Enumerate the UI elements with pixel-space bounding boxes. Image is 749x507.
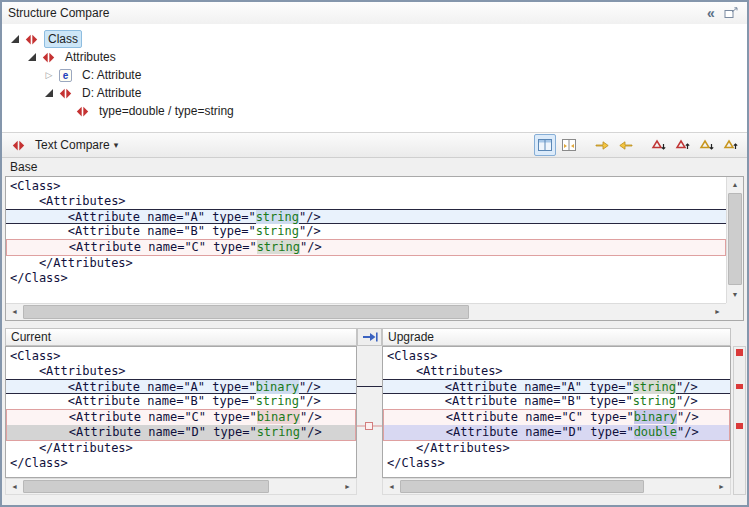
scroll-right-icon[interactable]: ► [709, 304, 726, 320]
code-line: <Attributes> [6, 194, 726, 209]
scroll-thumb[interactable] [23, 305, 469, 319]
tree-row-d-attribute[interactable]: D: Attribute [2, 84, 747, 102]
diff-line: <Attribute name="D" type="double"/> [384, 425, 729, 440]
upgrade-horizontal-scrollbar[interactable]: ◄ ► [382, 478, 731, 495]
tree-row-type-change[interactable]: type=double / type=string [2, 102, 747, 120]
previous-change-button[interactable] [720, 134, 742, 156]
copy-left-to-right-button[interactable] [591, 134, 613, 156]
next-difference-button[interactable] [648, 134, 670, 156]
diff-overview-ruler[interactable] [733, 346, 746, 495]
current-pane: <Class> <Attributes> <Attribute name="A"… [5, 346, 357, 478]
expander-open-icon[interactable] [27, 52, 37, 62]
chevron-down-icon: ▾ [114, 140, 119, 150]
code-line: <Attribute name="B" type="string"/> [6, 224, 726, 239]
text-compare-toolbar: Text Compare ▾ [2, 132, 747, 158]
code-line: <Attribute name="B" type="string"/> [383, 394, 730, 409]
diff-merge-handle[interactable] [365, 422, 373, 430]
diff-overview-mark[interactable] [736, 349, 743, 356]
scroll-left-icon[interactable]: ◄ [6, 304, 23, 320]
scroll-left-icon[interactable]: ◄ [6, 479, 23, 494]
scroll-thumb[interactable] [728, 193, 742, 285]
diff-change-icon [75, 104, 90, 118]
code-line: </Class> [383, 456, 730, 471]
restore-pane-icon[interactable] [721, 4, 741, 22]
code-line: </Class> [6, 456, 356, 471]
two-pane-view-button[interactable] [534, 134, 556, 156]
upgrade-pane: <Class> <Attributes> <Attribute name="A"… [382, 346, 731, 478]
scroll-right-icon[interactable]: ► [339, 479, 356, 494]
scroll-down-icon[interactable]: ▼ [727, 287, 743, 303]
scroll-thumb[interactable] [23, 480, 269, 493]
base-editor[interactable]: <Class> <Attributes> <Attribute name="A"… [6, 177, 726, 303]
scroll-track[interactable] [400, 479, 713, 494]
tree-label: Attributes [61, 48, 120, 66]
eattribute-icon: e [58, 68, 73, 82]
tree-row-class[interactable]: Class [2, 30, 747, 48]
code-line: <Attributes> [6, 364, 356, 379]
text-compare-menu[interactable]: Text Compare ▾ [7, 136, 122, 154]
scroll-thumb[interactable] [400, 480, 644, 493]
tree-label: C: Attribute [78, 66, 145, 84]
tree-label: Class [44, 30, 82, 48]
diff-connector-gutter [357, 346, 382, 478]
current-horizontal-scrollbar[interactable]: ◄ ► [5, 478, 357, 495]
expander-open-icon[interactable] [10, 34, 20, 44]
code-line: <Attributes> [383, 364, 730, 379]
copy-all-button[interactable] [357, 328, 382, 346]
scroll-up-icon[interactable]: ▲ [727, 177, 743, 193]
structure-compare-tree: Class Attributes ▷ e C: Attribute D: Att… [2, 24, 747, 132]
structure-compare-title: Structure Compare [8, 6, 109, 20]
tree-row-c-attribute[interactable]: ▷ e C: Attribute [2, 66, 747, 84]
tree-row-attributes[interactable]: Attributes [2, 48, 747, 66]
scroll-track[interactable] [23, 304, 709, 320]
code-line: </Attributes> [6, 441, 356, 456]
expander-open-icon[interactable] [44, 88, 54, 98]
diff-change-icon [11, 138, 26, 152]
diff-change-icon [24, 32, 39, 46]
diff-group: <Attribute name="C" type="binary"/> <Att… [383, 409, 730, 441]
previous-difference-button[interactable] [672, 134, 694, 156]
swap-panes-button[interactable] [558, 134, 580, 156]
expander-closed-icon[interactable]: ▷ [44, 70, 54, 80]
upgrade-editor[interactable]: <Class> <Attributes> <Attribute name="A"… [383, 347, 730, 471]
code-line: <Attribute name="B" type="string"/> [6, 394, 356, 409]
current-editor[interactable]: <Class> <Attributes> <Attribute name="A"… [6, 347, 356, 471]
diff-group: <Attribute name="C" type="binary"/> <Att… [6, 409, 356, 441]
code-line: <Class> [6, 349, 356, 364]
code-line: </Attributes> [383, 441, 730, 456]
scrollbar-corner [726, 303, 743, 320]
diff-line: <Attribute name="C" type="string"/> [7, 240, 725, 255]
scroll-track[interactable] [727, 193, 743, 287]
selected-diff-line: <Attribute name="A" type="string"/> [383, 379, 730, 394]
code-line: <Class> [383, 349, 730, 364]
diff-line: <Attribute name="D" type="string"/> [7, 425, 355, 440]
code-line: <Class> [6, 179, 726, 194]
code-line: </Attributes> [6, 256, 726, 271]
toolbar-actions [534, 134, 742, 156]
diff-connector-lines [357, 346, 382, 478]
compare-editor-window: Structure Compare « Class Attributes ▷ e… [0, 0, 749, 507]
code-line: </Class> [6, 271, 726, 286]
scroll-track[interactable] [23, 479, 339, 494]
text-compare-title: Text Compare [35, 138, 110, 152]
copy-right-to-left-button[interactable] [615, 134, 637, 156]
scroll-right-icon[interactable]: ► [713, 479, 730, 494]
current-pane-header: Current [5, 328, 357, 346]
diff-change-icon [58, 86, 73, 100]
upgrade-pane-label: Upgrade [388, 330, 434, 344]
diff-group: <Attribute name="C" type="string"/> [6, 239, 726, 256]
base-vertical-scrollbar[interactable]: ▲ ▼ [726, 177, 743, 303]
upgrade-pane-header: Upgrade [382, 328, 731, 346]
merge-arrow-icon [362, 331, 378, 343]
diff-overview-mark[interactable] [736, 423, 743, 429]
diff-line: <Attribute name="C" type="binary"/> [384, 410, 729, 425]
base-horizontal-scrollbar[interactable]: ◄ ► [6, 303, 726, 320]
diff-overview-mark[interactable] [736, 384, 743, 389]
current-pane-label: Current [11, 330, 51, 344]
collapse-chevrons-icon[interactable]: « [701, 4, 721, 22]
expander-placeholder [61, 106, 71, 116]
base-pane-label: Base [10, 160, 37, 175]
next-change-button[interactable] [696, 134, 718, 156]
selected-diff-line: <Attribute name="A" type="binary"/> [6, 379, 356, 394]
scroll-left-icon[interactable]: ◄ [383, 479, 400, 494]
